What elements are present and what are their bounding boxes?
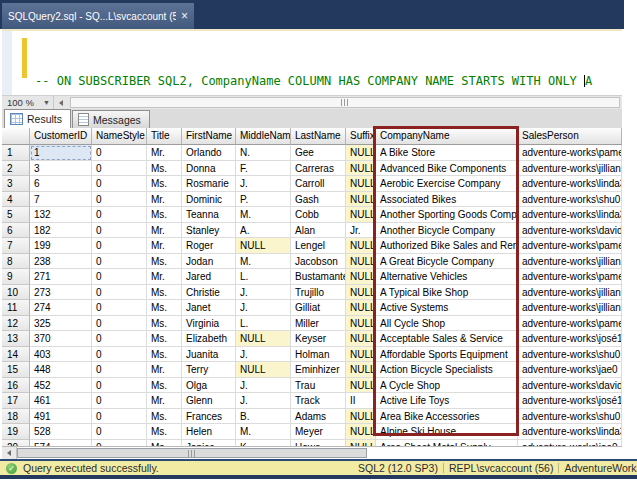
cell-last_name[interactable]: Track — [291, 393, 346, 409]
cell-last_name[interactable]: Carreras — [291, 161, 346, 177]
cell-company_name[interactable]: Authorized Bike Sales and Rental — [376, 238, 518, 254]
cell-middle_name[interactable]: J. — [236, 347, 291, 363]
row-number[interactable]: 9 — [2, 269, 30, 285]
column-header-firstname[interactable]: FirstName — [182, 128, 236, 145]
row-number[interactable]: 5 — [2, 207, 30, 223]
row-number[interactable]: 13 — [2, 331, 30, 347]
cell-suffix[interactable]: NULL — [346, 424, 376, 440]
cell-title[interactable]: Mr. — [147, 362, 182, 378]
cell-first_name[interactable]: Janet — [182, 300, 236, 316]
cell-last_name[interactable]: Gilliat — [291, 300, 346, 316]
row-number[interactable]: 10 — [2, 285, 30, 301]
cell-middle_name[interactable]: N. — [236, 145, 291, 161]
cell-sales_person[interactable]: adventure-works\pamela0 — [518, 269, 622, 285]
tab-results[interactable]: Results — [4, 109, 71, 128]
cell-sales_person[interactable]: adventure-works\pamela0 — [518, 145, 622, 161]
cell-sales_person[interactable]: adventure-works\josé1 — [518, 331, 622, 347]
column-header-salesperson[interactable]: SalesPerson — [518, 128, 622, 145]
cell-name_style[interactable]: 0 — [92, 254, 147, 270]
grid-hscroll-thumb[interactable] — [17, 448, 367, 458]
cell-name_style[interactable]: 0 — [92, 409, 147, 425]
cell-middle_name[interactable]: J. — [236, 285, 291, 301]
cell-middle_name[interactable]: J. — [236, 176, 291, 192]
cell-suffix[interactable]: NULL — [346, 254, 376, 270]
cell-company_name[interactable]: Alternative Vehicles — [376, 269, 518, 285]
row-number[interactable]: 3 — [2, 176, 30, 192]
cell-sales_person[interactable]: adventure-works\pamela0 — [518, 316, 622, 332]
cell-first_name[interactable]: Dominic — [182, 192, 236, 208]
cell-customer_id[interactable]: 448 — [30, 362, 92, 378]
row-number[interactable]: 7 — [2, 238, 30, 254]
column-header-lastname[interactable]: LastName — [291, 128, 346, 145]
cell-company_name[interactable]: Another Sporting Goods Company — [376, 207, 518, 223]
cell-middle_name[interactable]: NULL — [236, 331, 291, 347]
row-number[interactable]: 8 — [2, 254, 30, 270]
cell-first_name[interactable]: Jared — [182, 269, 236, 285]
cell-name_style[interactable]: 0 — [92, 362, 147, 378]
cell-name_style[interactable]: 0 — [92, 238, 147, 254]
cell-first_name[interactable]: Donna — [182, 161, 236, 177]
cell-suffix[interactable]: NULL — [346, 316, 376, 332]
cell-title[interactable]: Mr. — [147, 145, 182, 161]
cell-first_name[interactable]: Jodan — [182, 254, 236, 270]
cell-suffix[interactable]: NULL — [346, 176, 376, 192]
cell-customer_id[interactable]: 6 — [30, 176, 92, 192]
cell-title[interactable]: Ms. — [147, 176, 182, 192]
cell-customer_id[interactable]: 271 — [30, 269, 92, 285]
cell-name_style[interactable]: 0 — [92, 192, 147, 208]
cell-company_name[interactable]: A Great Bicycle Company — [376, 254, 518, 270]
cell-customer_id[interactable]: 452 — [30, 378, 92, 394]
cell-last_name[interactable]: Adams — [291, 409, 346, 425]
cell-name_style[interactable]: 0 — [92, 285, 147, 301]
cell-last_name[interactable]: Jacobson — [291, 254, 346, 270]
cell-last_name[interactable]: Meyer — [291, 424, 346, 440]
row-number[interactable]: 4 — [2, 192, 30, 208]
cell-first_name[interactable]: Elizabeth — [182, 331, 236, 347]
cell-suffix[interactable]: NULL — [346, 378, 376, 394]
select-all-corner[interactable] — [2, 128, 30, 145]
cell-company_name[interactable]: Alpine Ski House — [376, 424, 518, 440]
cell-customer_id[interactable]: 273 — [30, 285, 92, 301]
cell-customer_id[interactable]: 238 — [30, 254, 92, 270]
cell-middle_name[interactable]: B. — [236, 409, 291, 425]
cell-name_style[interactable]: 0 — [92, 300, 147, 316]
cell-first_name[interactable]: Christie — [182, 285, 236, 301]
cell-name_style[interactable]: 0 — [92, 347, 147, 363]
column-header-companyname[interactable]: CompanyName — [376, 128, 518, 145]
cell-name_style[interactable]: 0 — [92, 331, 147, 347]
column-header-customerid[interactable]: CustomerID — [30, 128, 92, 145]
cell-last_name[interactable]: Miller — [291, 316, 346, 332]
cell-middle_name[interactable]: A. — [236, 223, 291, 239]
cell-first_name[interactable]: Stanley — [182, 223, 236, 239]
cell-title[interactable]: Ms. — [147, 409, 182, 425]
cell-customer_id[interactable]: 199 — [30, 238, 92, 254]
cell-sales_person[interactable]: adventure-works\jillian0 — [518, 300, 622, 316]
cell-company_name[interactable]: Associated Bikes — [376, 192, 518, 208]
cell-sales_person[interactable]: adventure-works\david8 — [518, 378, 622, 394]
row-number[interactable]: 15 — [2, 362, 30, 378]
cell-suffix[interactable]: NULL — [346, 145, 376, 161]
cell-company_name[interactable]: Aerobic Exercise Company — [376, 176, 518, 192]
document-tab[interactable]: SQLQuery2.sql - SQ...L\svcaccount (56))*… — [2, 3, 194, 29]
cell-first_name[interactable]: Olga — [182, 378, 236, 394]
row-number[interactable]: 14 — [2, 347, 30, 363]
cell-suffix[interactable]: NULL — [346, 285, 376, 301]
row-number[interactable]: 18 — [2, 409, 30, 425]
row-number[interactable]: 1 — [2, 145, 30, 161]
tab-messages[interactable]: Messages — [72, 110, 150, 128]
row-number[interactable]: 2 — [2, 161, 30, 177]
cell-name_style[interactable]: 0 — [92, 378, 147, 394]
cell-name_style[interactable]: 0 — [92, 316, 147, 332]
cell-company_name[interactable]: A Typical Bike Shop — [376, 285, 518, 301]
cell-name_style[interactable]: 0 — [92, 269, 147, 285]
row-number[interactable]: 11 — [2, 300, 30, 316]
row-number[interactable]: 17 — [2, 393, 30, 409]
cell-title[interactable]: Ms. — [147, 347, 182, 363]
cell-title[interactable]: Ms. — [147, 285, 182, 301]
cell-customer_id[interactable]: 325 — [30, 316, 92, 332]
row-number[interactable]: 12 — [2, 316, 30, 332]
cell-last_name[interactable]: Gash — [291, 192, 346, 208]
cell-name_style[interactable]: 0 — [92, 145, 147, 161]
cell-middle_name[interactable]: M. — [236, 424, 291, 440]
cell-suffix[interactable]: II — [346, 393, 376, 409]
